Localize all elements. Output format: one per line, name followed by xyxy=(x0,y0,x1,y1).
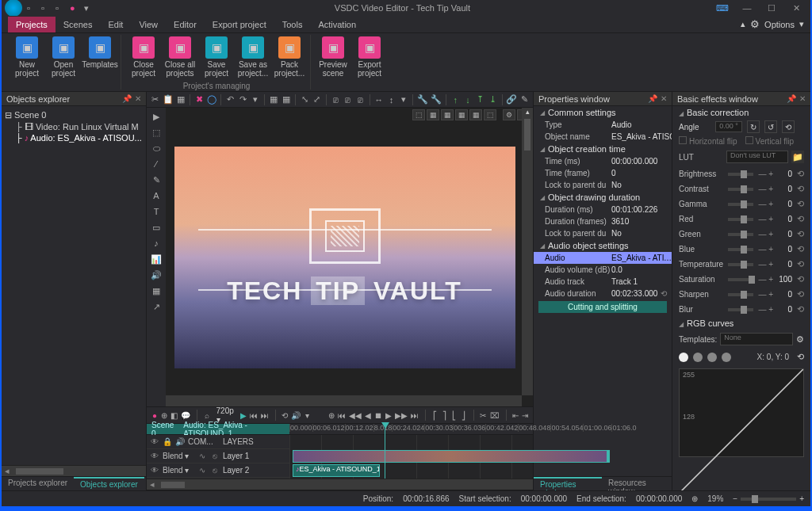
browse-icon[interactable]: … xyxy=(664,254,672,262)
vtool[interactable]: ↗ xyxy=(147,299,166,314)
templates-select[interactable]: None xyxy=(720,333,793,345)
tab-projects[interactable]: Projects xyxy=(8,17,56,32)
slider-track[interactable] xyxy=(728,233,753,236)
transport-btn[interactable]: ⊕ xyxy=(328,409,335,421)
qat-new-icon[interactable]: ▫ xyxy=(27,3,36,13)
toolbar-btn[interactable]: ⤢ xyxy=(312,93,322,106)
curve-channel-all[interactable] xyxy=(679,353,688,362)
vtool[interactable]: ✎ xyxy=(147,173,166,187)
slider-track[interactable] xyxy=(728,263,753,266)
curve-reset-icon[interactable]: ⟲ xyxy=(797,352,804,362)
toolbar-btn[interactable]: ⤡ xyxy=(300,93,310,106)
toolbar-btn[interactable]: ▾ xyxy=(250,93,260,106)
vtool[interactable]: ⬚ xyxy=(147,125,166,139)
pin-icon[interactable]: 📌 xyxy=(787,94,796,103)
angle-reset-icon[interactable]: ⟲ xyxy=(782,120,795,133)
toolbar-btn[interactable]: ✖ xyxy=(194,93,205,106)
rotate-ccw-icon[interactable]: ↺ xyxy=(764,120,777,133)
preview-tool[interactable]: ▦ xyxy=(427,109,439,120)
preview-tool[interactable]: ▦ xyxy=(469,109,482,120)
tab-editor[interactable]: Editor xyxy=(166,17,205,32)
slider-track[interactable] xyxy=(728,188,753,191)
close-icon[interactable]: ✕ xyxy=(661,94,667,103)
fx-icon[interactable]: ⎋ xyxy=(210,466,220,475)
vtool[interactable]: ∕ xyxy=(147,157,166,171)
transport-btn[interactable]: ⏮ xyxy=(338,409,346,421)
tab-export[interactable]: Export project xyxy=(205,17,274,32)
preview-viewport[interactable]: ⬚▦▦▦▦⬚⚙▾ TECH TIP VAULT ▴ xyxy=(166,108,533,406)
transport-btn[interactable]: ⎡ xyxy=(432,409,439,421)
transport-btn[interactable]: ⎦ xyxy=(461,409,467,421)
audio-clip[interactable]: ♪ES_Akiva - ATISOUND_1 xyxy=(293,464,380,477)
playhead[interactable] xyxy=(385,424,385,479)
transport-btn[interactable]: ⇥ xyxy=(522,409,528,421)
tab-view[interactable]: View xyxy=(131,17,166,32)
eye-icon[interactable]: 👁 xyxy=(150,452,159,460)
cutting-splitting-button[interactable]: Cutting and splitting xyxy=(538,301,667,313)
toolbar-btn[interactable]: ↑ xyxy=(450,93,461,106)
curve-channel-g[interactable] xyxy=(707,353,717,362)
slider-track[interactable] xyxy=(728,308,753,311)
tab-activation[interactable]: Activation xyxy=(310,17,364,32)
slider-track[interactable] xyxy=(728,218,753,221)
lut-select[interactable]: Don't use LUT xyxy=(726,151,788,163)
reset-icon[interactable]: ⟲ xyxy=(797,199,804,209)
qat-save-icon[interactable]: ▫ xyxy=(56,3,65,13)
transport-btn[interactable]: ◀◀ xyxy=(349,409,362,421)
video-clip[interactable] xyxy=(293,450,610,463)
pin-icon[interactable]: 📌 xyxy=(122,94,132,103)
toolbar-btn[interactable]: ⤓ xyxy=(488,93,498,106)
reset-icon[interactable]: ⟲ xyxy=(797,274,804,284)
zoom-slider[interactable] xyxy=(741,498,796,501)
transport-btn[interactable]: ⇤ xyxy=(512,409,519,421)
playbar-btn[interactable]: ▾ xyxy=(304,409,310,421)
collapse-ribbon-icon[interactable]: ▴ xyxy=(741,19,745,29)
prop-row[interactable]: Lock to parent duNo xyxy=(534,227,672,239)
vtool[interactable]: ⬭ xyxy=(147,141,166,155)
transport-btn[interactable]: ✂ xyxy=(480,409,486,421)
eye-icon[interactable]: 👁 xyxy=(150,437,159,446)
transport-btn[interactable]: ⏭ xyxy=(411,409,419,421)
open-project-button[interactable]: ▣Open project xyxy=(46,35,81,90)
close-icon[interactable]: ✕ xyxy=(799,94,806,103)
transport-btn[interactable]: ▶ xyxy=(385,409,392,421)
prop-row[interactable]: TypeAudio xyxy=(534,119,672,131)
templates-button[interactable]: ▣Templates xyxy=(82,35,117,90)
preview-tool[interactable]: ⬚ xyxy=(412,109,425,120)
vtool[interactable]: ♪ xyxy=(147,236,166,250)
tab-tools[interactable]: Tools xyxy=(274,17,311,32)
vtool[interactable]: ▦ xyxy=(147,284,166,298)
toolbar-btn[interactable]: 🔗 xyxy=(506,93,517,106)
slider-track[interactable] xyxy=(728,293,753,296)
vtool[interactable]: 📊 xyxy=(147,252,166,266)
toolbar-btn[interactable]: ↓ xyxy=(463,93,473,106)
pin-icon[interactable]: 📌 xyxy=(648,94,657,103)
close-panel-icon[interactable]: ✕ xyxy=(135,94,141,103)
templates-settings-icon[interactable]: ⚙ xyxy=(796,334,804,345)
new-project-button[interactable]: ▣New project xyxy=(10,35,44,90)
maximize-button[interactable]: ☐ xyxy=(760,3,783,13)
zoom-out-icon[interactable]: − xyxy=(733,494,737,503)
transport-btn[interactable]: ⏹ xyxy=(374,409,382,421)
toolbar-btn[interactable]: ✎ xyxy=(519,93,530,106)
vtool[interactable]: A xyxy=(147,189,166,203)
reset-icon[interactable]: ⟲ xyxy=(797,184,804,194)
qat-record-icon[interactable]: ● xyxy=(70,3,79,13)
toolbar-btn[interactable]: ▾ xyxy=(399,93,409,106)
transport-btn[interactable]: ⌧ xyxy=(490,409,500,421)
vtool[interactable]: 🔊 xyxy=(147,268,166,282)
prop-section[interactable]: Object creation time xyxy=(534,143,672,155)
prop-row[interactable]: Duration (ms)00:01:00.226 xyxy=(534,204,672,215)
slider-track[interactable] xyxy=(728,173,753,176)
toolbar-btn[interactable]: ↔ xyxy=(374,93,385,106)
preview-h-scrollbar[interactable] xyxy=(166,395,522,406)
hflip-checkbox[interactable]: Horizontal flip xyxy=(679,136,737,146)
angle-input[interactable]: 0.00 ° xyxy=(715,121,742,132)
options-chevron-icon[interactable]: ▾ xyxy=(799,19,804,29)
toolbar-btn[interactable]: ⤒ xyxy=(475,93,485,106)
toolbar-btn[interactable]: 🔧 xyxy=(417,93,428,106)
prop-row[interactable]: Lock to parent duNo xyxy=(534,179,672,191)
preview-scene-button[interactable]: ▣Preview scene xyxy=(316,35,350,90)
preview-tool[interactable]: ⬚ xyxy=(484,109,496,120)
prop-section[interactable]: Common settings xyxy=(534,106,672,119)
